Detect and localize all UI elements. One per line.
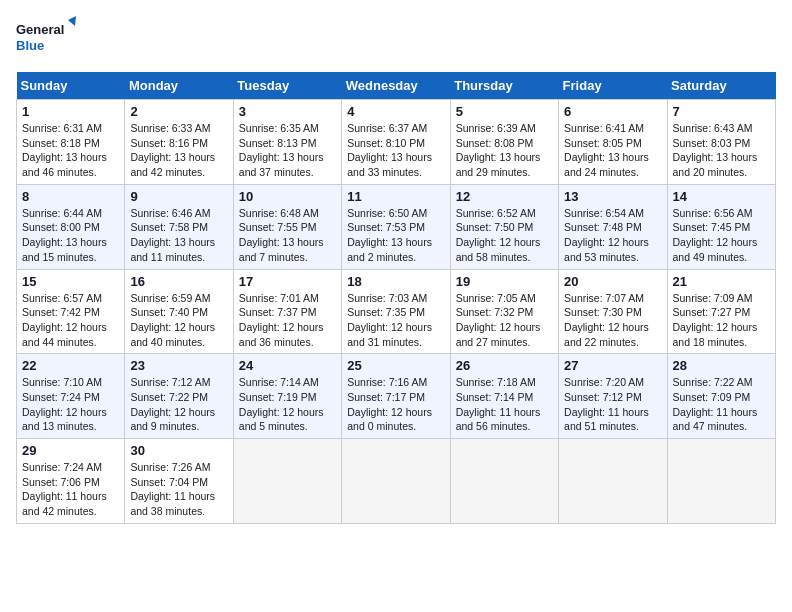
col-header-sunday: Sunday — [17, 72, 125, 100]
day-number: 25 — [347, 358, 444, 373]
day-number: 21 — [673, 274, 770, 289]
day-number: 27 — [564, 358, 661, 373]
page-header: General Blue — [16, 16, 776, 60]
calendar-cell: 6Sunrise: 6:41 AMSunset: 8:05 PMDaylight… — [559, 100, 667, 185]
calendar-cell: 16Sunrise: 6:59 AMSunset: 7:40 PMDayligh… — [125, 269, 233, 354]
calendar-cell: 12Sunrise: 6:52 AMSunset: 7:50 PMDayligh… — [450, 184, 558, 269]
cell-info: Sunrise: 6:41 AMSunset: 8:05 PMDaylight:… — [564, 121, 661, 180]
day-number: 4 — [347, 104, 444, 119]
day-number: 8 — [22, 189, 119, 204]
day-number: 19 — [456, 274, 553, 289]
calendar-cell: 9Sunrise: 6:46 AMSunset: 7:58 PMDaylight… — [125, 184, 233, 269]
day-number: 1 — [22, 104, 119, 119]
calendar-cell: 13Sunrise: 6:54 AMSunset: 7:48 PMDayligh… — [559, 184, 667, 269]
col-header-friday: Friday — [559, 72, 667, 100]
calendar-table: SundayMondayTuesdayWednesdayThursdayFrid… — [16, 72, 776, 524]
calendar-header-row: SundayMondayTuesdayWednesdayThursdayFrid… — [17, 72, 776, 100]
calendar-cell: 19Sunrise: 7:05 AMSunset: 7:32 PMDayligh… — [450, 269, 558, 354]
day-number: 16 — [130, 274, 227, 289]
day-number: 22 — [22, 358, 119, 373]
calendar-cell: 24Sunrise: 7:14 AMSunset: 7:19 PMDayligh… — [233, 354, 341, 439]
day-number: 18 — [347, 274, 444, 289]
svg-text:General: General — [16, 22, 64, 37]
cell-info: Sunrise: 6:31 AMSunset: 8:18 PMDaylight:… — [22, 121, 119, 180]
calendar-cell: 20Sunrise: 7:07 AMSunset: 7:30 PMDayligh… — [559, 269, 667, 354]
day-number: 12 — [456, 189, 553, 204]
cell-info: Sunrise: 7:03 AMSunset: 7:35 PMDaylight:… — [347, 291, 444, 350]
calendar-cell — [667, 439, 775, 524]
cell-info: Sunrise: 6:52 AMSunset: 7:50 PMDaylight:… — [456, 206, 553, 265]
day-number: 24 — [239, 358, 336, 373]
calendar-cell: 8Sunrise: 6:44 AMSunset: 8:00 PMDaylight… — [17, 184, 125, 269]
cell-info: Sunrise: 7:14 AMSunset: 7:19 PMDaylight:… — [239, 375, 336, 434]
cell-info: Sunrise: 6:46 AMSunset: 7:58 PMDaylight:… — [130, 206, 227, 265]
day-number: 7 — [673, 104, 770, 119]
calendar-week-row: 1Sunrise: 6:31 AMSunset: 8:18 PMDaylight… — [17, 100, 776, 185]
calendar-cell: 2Sunrise: 6:33 AMSunset: 8:16 PMDaylight… — [125, 100, 233, 185]
col-header-thursday: Thursday — [450, 72, 558, 100]
cell-info: Sunrise: 7:05 AMSunset: 7:32 PMDaylight:… — [456, 291, 553, 350]
day-number: 23 — [130, 358, 227, 373]
calendar-cell: 29Sunrise: 7:24 AMSunset: 7:06 PMDayligh… — [17, 439, 125, 524]
calendar-cell: 23Sunrise: 7:12 AMSunset: 7:22 PMDayligh… — [125, 354, 233, 439]
calendar-cell — [233, 439, 341, 524]
calendar-cell: 21Sunrise: 7:09 AMSunset: 7:27 PMDayligh… — [667, 269, 775, 354]
cell-info: Sunrise: 7:20 AMSunset: 7:12 PMDaylight:… — [564, 375, 661, 434]
cell-info: Sunrise: 7:24 AMSunset: 7:06 PMDaylight:… — [22, 460, 119, 519]
day-number: 5 — [456, 104, 553, 119]
calendar-cell: 25Sunrise: 7:16 AMSunset: 7:17 PMDayligh… — [342, 354, 450, 439]
cell-info: Sunrise: 6:44 AMSunset: 8:00 PMDaylight:… — [22, 206, 119, 265]
calendar-cell: 3Sunrise: 6:35 AMSunset: 8:13 PMDaylight… — [233, 100, 341, 185]
day-number: 11 — [347, 189, 444, 204]
cell-info: Sunrise: 6:37 AMSunset: 8:10 PMDaylight:… — [347, 121, 444, 180]
calendar-cell: 26Sunrise: 7:18 AMSunset: 7:14 PMDayligh… — [450, 354, 558, 439]
calendar-cell: 18Sunrise: 7:03 AMSunset: 7:35 PMDayligh… — [342, 269, 450, 354]
day-number: 15 — [22, 274, 119, 289]
calendar-week-row: 15Sunrise: 6:57 AMSunset: 7:42 PMDayligh… — [17, 269, 776, 354]
col-header-saturday: Saturday — [667, 72, 775, 100]
cell-info: Sunrise: 7:09 AMSunset: 7:27 PMDaylight:… — [673, 291, 770, 350]
calendar-week-row: 29Sunrise: 7:24 AMSunset: 7:06 PMDayligh… — [17, 439, 776, 524]
cell-info: Sunrise: 7:07 AMSunset: 7:30 PMDaylight:… — [564, 291, 661, 350]
day-number: 29 — [22, 443, 119, 458]
logo-svg: General Blue — [16, 16, 76, 60]
calendar-cell: 28Sunrise: 7:22 AMSunset: 7:09 PMDayligh… — [667, 354, 775, 439]
day-number: 30 — [130, 443, 227, 458]
day-number: 14 — [673, 189, 770, 204]
logo: General Blue — [16, 16, 76, 60]
calendar-cell — [450, 439, 558, 524]
cell-info: Sunrise: 6:35 AMSunset: 8:13 PMDaylight:… — [239, 121, 336, 180]
col-header-wednesday: Wednesday — [342, 72, 450, 100]
col-header-tuesday: Tuesday — [233, 72, 341, 100]
calendar-cell: 4Sunrise: 6:37 AMSunset: 8:10 PMDaylight… — [342, 100, 450, 185]
day-number: 6 — [564, 104, 661, 119]
calendar-cell — [342, 439, 450, 524]
calendar-cell — [559, 439, 667, 524]
calendar-cell: 10Sunrise: 6:48 AMSunset: 7:55 PMDayligh… — [233, 184, 341, 269]
col-header-monday: Monday — [125, 72, 233, 100]
calendar-cell: 17Sunrise: 7:01 AMSunset: 7:37 PMDayligh… — [233, 269, 341, 354]
calendar-week-row: 8Sunrise: 6:44 AMSunset: 8:00 PMDaylight… — [17, 184, 776, 269]
calendar-cell: 27Sunrise: 7:20 AMSunset: 7:12 PMDayligh… — [559, 354, 667, 439]
cell-info: Sunrise: 7:16 AMSunset: 7:17 PMDaylight:… — [347, 375, 444, 434]
svg-text:Blue: Blue — [16, 38, 44, 53]
day-number: 26 — [456, 358, 553, 373]
cell-info: Sunrise: 6:48 AMSunset: 7:55 PMDaylight:… — [239, 206, 336, 265]
calendar-cell: 30Sunrise: 7:26 AMSunset: 7:04 PMDayligh… — [125, 439, 233, 524]
cell-info: Sunrise: 6:59 AMSunset: 7:40 PMDaylight:… — [130, 291, 227, 350]
calendar-cell: 5Sunrise: 6:39 AMSunset: 8:08 PMDaylight… — [450, 100, 558, 185]
cell-info: Sunrise: 7:22 AMSunset: 7:09 PMDaylight:… — [673, 375, 770, 434]
cell-info: Sunrise: 6:50 AMSunset: 7:53 PMDaylight:… — [347, 206, 444, 265]
cell-info: Sunrise: 7:01 AMSunset: 7:37 PMDaylight:… — [239, 291, 336, 350]
cell-info: Sunrise: 7:10 AMSunset: 7:24 PMDaylight:… — [22, 375, 119, 434]
cell-info: Sunrise: 6:39 AMSunset: 8:08 PMDaylight:… — [456, 121, 553, 180]
calendar-cell: 22Sunrise: 7:10 AMSunset: 7:24 PMDayligh… — [17, 354, 125, 439]
calendar-cell: 15Sunrise: 6:57 AMSunset: 7:42 PMDayligh… — [17, 269, 125, 354]
cell-info: Sunrise: 6:33 AMSunset: 8:16 PMDaylight:… — [130, 121, 227, 180]
day-number: 28 — [673, 358, 770, 373]
cell-info: Sunrise: 7:12 AMSunset: 7:22 PMDaylight:… — [130, 375, 227, 434]
calendar-week-row: 22Sunrise: 7:10 AMSunset: 7:24 PMDayligh… — [17, 354, 776, 439]
cell-info: Sunrise: 6:57 AMSunset: 7:42 PMDaylight:… — [22, 291, 119, 350]
day-number: 9 — [130, 189, 227, 204]
cell-info: Sunrise: 6:56 AMSunset: 7:45 PMDaylight:… — [673, 206, 770, 265]
